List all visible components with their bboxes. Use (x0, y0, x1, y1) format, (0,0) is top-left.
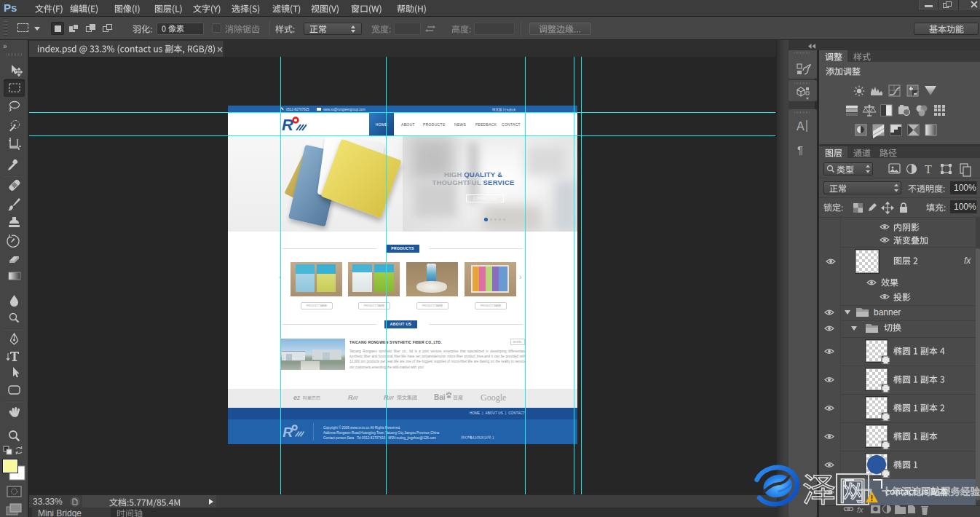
svg-text:T: T (925, 163, 932, 175)
svg-text:A: A (797, 120, 805, 133)
svg-text:¶: ¶ (797, 143, 803, 156)
svg-text:R: R (282, 116, 293, 133)
svg-text:R: R (282, 425, 293, 440)
